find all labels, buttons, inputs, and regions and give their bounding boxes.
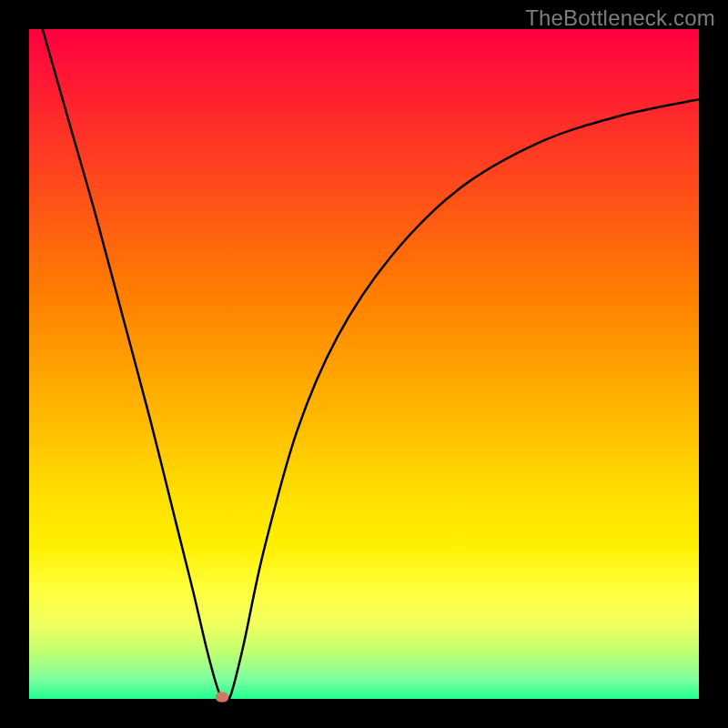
chart-plot-area — [29, 29, 699, 699]
chart-curve — [29, 29, 699, 699]
watermark-text: TheBottleneck.com — [525, 5, 715, 31]
chart-frame: TheBottleneck.com — [0, 0, 728, 728]
chart-min-marker — [216, 692, 228, 702]
